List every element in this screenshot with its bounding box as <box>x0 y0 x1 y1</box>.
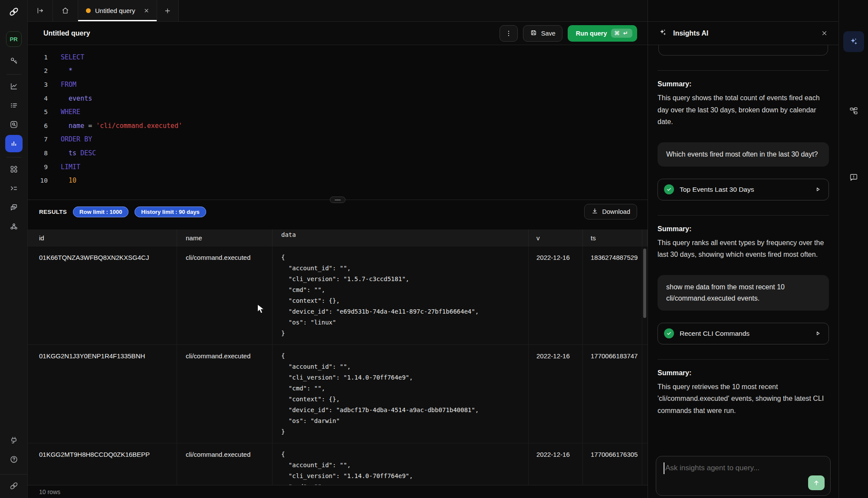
sidebar-item-search-code[interactable] <box>5 116 23 133</box>
panel-open-icon <box>36 7 44 15</box>
conversation-divider <box>658 215 829 216</box>
sparkles-icon <box>849 37 858 46</box>
cell-ts: 1836274887529 <box>583 246 642 344</box>
workspace-badge[interactable]: PR <box>6 31 22 47</box>
left-sidebar: PR <box>0 0 28 498</box>
query-action-card[interactable]: Top Events Last 30 Days <box>658 179 829 200</box>
limit-badge-1: History limit : 90 days <box>135 206 206 217</box>
insights-close-button[interactable] <box>821 29 828 37</box>
conversation-divider <box>658 359 829 360</box>
new-tab-button[interactable] <box>157 0 179 21</box>
summary-block: Summary:This query ranks all event types… <box>658 225 829 261</box>
line-number: 10 <box>28 177 48 184</box>
more-options-button[interactable] <box>500 25 518 42</box>
summary-heading: Summary: <box>658 369 829 377</box>
insights-ai-panel: Insights AI Summary:This query shows the… <box>648 0 838 498</box>
sidebar-toggle-button[interactable] <box>28 0 53 21</box>
tab-bar: Untitled query <box>28 0 648 22</box>
search-code-icon <box>10 120 18 129</box>
logo-icon <box>8 480 20 491</box>
sidebar-item-bar-chart[interactable] <box>5 135 23 152</box>
editor-line[interactable]: 5WHERE <box>28 105 648 119</box>
code-text: name = 'cli/command.executed' <box>48 122 182 130</box>
table-row[interactable]: 01KGG2MT9H8H8CCDQ0ZK16BEPPcli/command.ex… <box>28 443 648 485</box>
insights-conversation: Summary:This query shows the total count… <box>648 45 838 498</box>
table-row[interactable]: 01K66TQNZA3WFBQ8XN2KXSG4CJcli/command.ex… <box>28 246 648 344</box>
sidebar-item-key[interactable] <box>5 52 23 69</box>
scrolled-card-partial <box>658 45 828 56</box>
play-icon[interactable] <box>814 330 822 337</box>
summary-text: This query ranks all event types by freq… <box>658 237 829 261</box>
download-button[interactable]: Download <box>584 204 638 220</box>
sql-editor[interactable]: 1SELECT2 *3FROM4 events5WHERE6 name = 'c… <box>28 45 648 200</box>
editor-line[interactable]: 1SELECT <box>28 50 648 64</box>
user-message-bubble: show me data from the most recent 10 cli… <box>658 275 829 311</box>
home-button[interactable] <box>53 0 78 21</box>
insights-title: Insights AI <box>673 29 708 37</box>
play-icon <box>814 330 822 337</box>
app-window: PR Untitled query Untitled query Save Ru… <box>0 0 868 498</box>
results-label: RESULTS <box>39 209 67 215</box>
send-button[interactable] <box>808 475 825 490</box>
sidebar-item-apps-grid[interactable] <box>5 161 23 178</box>
line-number: 9 <box>28 164 48 170</box>
editor-line[interactable]: 3FROM <box>28 78 648 92</box>
check-circle-icon <box>664 328 674 338</box>
sidebar-item-chat[interactable] <box>5 199 23 216</box>
tab-untitled-query[interactable]: Untitled query <box>78 0 157 21</box>
query-title-bar: Untitled query Save Run query ⌘ ↵ <box>28 22 648 45</box>
line-number: 4 <box>28 95 48 102</box>
summary-heading: Summary: <box>658 225 829 233</box>
tab-close-icon[interactable] <box>143 7 150 14</box>
line-number: 3 <box>28 81 48 88</box>
summary-block: Summary:This query shows the total count… <box>658 80 829 128</box>
sql-token: WHERE <box>61 108 80 116</box>
editor-line[interactable]: 7ORDER BY <box>28 133 648 147</box>
right-rail-item-sparkles[interactable] <box>843 31 864 52</box>
cell-name: cli/command.executed <box>177 345 273 443</box>
play-icon[interactable] <box>814 186 822 193</box>
table-body: 01K66TQNZA3WFBQ8XN2KXSG4CJcli/command.ex… <box>28 246 648 485</box>
home-icon <box>61 7 69 15</box>
sidebar-item-chart-line[interactable] <box>5 78 23 95</box>
sql-token: FROM <box>61 81 76 88</box>
arrow-up-icon <box>812 479 820 487</box>
table-row[interactable]: 01KGG2N1J3Y0ENP1R4F1335BNHcli/command.ex… <box>28 344 648 443</box>
sql-token: ts <box>61 149 76 157</box>
sql-token: = <box>84 122 96 130</box>
sidebar-item-plug[interactable] <box>5 432 23 449</box>
editor-line[interactable]: 2 * <box>28 64 648 78</box>
row-gutter <box>642 345 648 443</box>
run-query-button[interactable]: Run query ⌘ ↵ <box>568 25 637 42</box>
right-rail-item-feedback[interactable] <box>843 167 864 188</box>
sidebar-item-terminal-list[interactable] <box>5 180 23 197</box>
column-header-ts[interactable]: ts <box>583 229 642 246</box>
code-text: FROM <box>48 81 76 88</box>
editor-line[interactable]: 6 name = 'cli/command.executed' <box>28 119 648 133</box>
code-text: WHERE <box>48 108 80 116</box>
cell-name: cli/command.executed <box>177 443 273 485</box>
key-icon <box>10 56 18 65</box>
editor-line[interactable]: 4 events <box>28 92 648 105</box>
sidebar-item-list[interactable] <box>5 97 23 114</box>
pane-resize-handle[interactable] <box>330 197 345 203</box>
summary-block: Summary:This query retrieves the 10 most… <box>658 369 829 417</box>
editor-line[interactable]: 10 10 <box>28 174 648 187</box>
column-header-data[interactable]: data <box>273 229 529 246</box>
table-scrollbar[interactable] <box>643 249 646 318</box>
insights-composer[interactable]: Ask insights agent to query... <box>656 456 831 496</box>
save-button[interactable]: Save <box>523 25 562 42</box>
close-icon <box>821 29 828 37</box>
query-action-card[interactable]: Recent CLI Commands <box>658 323 829 344</box>
sidebar-item-help[interactable] <box>5 451 23 468</box>
sql-token: events <box>61 95 92 102</box>
column-header-id[interactable]: id <box>28 229 177 246</box>
main-area: Untitled query Untitled query Save Run q… <box>28 0 648 498</box>
column-header-v[interactable]: v <box>529 229 583 246</box>
column-header-name[interactable]: name <box>177 229 273 246</box>
editor-line[interactable]: 8 ts DESC <box>28 146 648 160</box>
text-cursor <box>664 462 664 474</box>
right-rail-item-tree[interactable] <box>843 101 864 121</box>
sidebar-item-webhook[interactable] <box>5 218 23 235</box>
editor-line[interactable]: 9LIMIT <box>28 160 648 174</box>
